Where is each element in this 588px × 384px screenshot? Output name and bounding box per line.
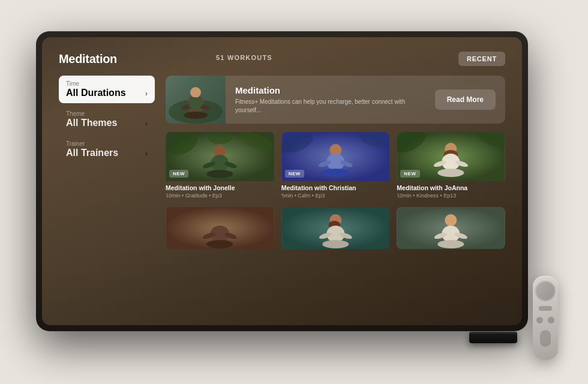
card-person-6-svg bbox=[397, 207, 505, 249]
svg-point-21 bbox=[322, 169, 349, 177]
remote-volume[interactable] bbox=[540, 330, 551, 347]
hero-description: Fitness+ Meditations can help you rechar… bbox=[235, 98, 425, 115]
read-more-button[interactable]: Read More bbox=[435, 89, 496, 110]
remote-btn-right[interactable] bbox=[548, 317, 554, 323]
page-title: Meditation bbox=[59, 52, 117, 66]
card-info-2: Meditation with Christian 5min • Calm • … bbox=[281, 181, 390, 199]
remote-btn-left[interactable] bbox=[536, 317, 543, 323]
filter-trainer-value: All Trainers bbox=[66, 148, 118, 158]
content-area: Meditation Fitness+ Meditations can help… bbox=[166, 76, 505, 313]
chevron-right-icon: › bbox=[145, 89, 148, 98]
svg-point-5 bbox=[184, 112, 208, 119]
card-title-2: Meditation with Christian bbox=[281, 184, 390, 191]
filter-time-row: All Durations › bbox=[66, 88, 148, 98]
remote-button-row bbox=[536, 317, 554, 323]
new-badge-1: NEW bbox=[169, 170, 188, 178]
chevron-right-icon-2: › bbox=[145, 119, 148, 128]
card-title-3: Meditation with JoAnna bbox=[397, 184, 505, 191]
svg-point-10 bbox=[208, 132, 232, 144]
filter-time-label: Time bbox=[66, 80, 148, 87]
card-person-4-svg bbox=[166, 207, 274, 249]
hero-image bbox=[166, 76, 226, 124]
card-thumb-6 bbox=[397, 207, 505, 249]
apple-tv-remote bbox=[533, 276, 558, 360]
workouts-grid: NEW Meditation with Jonelle 10min • Grat… bbox=[166, 132, 505, 199]
svg-point-36 bbox=[206, 240, 233, 248]
filter-theme-row: All Themes › bbox=[66, 118, 148, 128]
hero-banner[interactable]: Meditation Fitness+ Meditations can help… bbox=[166, 76, 505, 124]
filter-theme-value: All Themes bbox=[66, 118, 117, 128]
filter-trainer[interactable]: Trainer All Trainers › bbox=[59, 136, 155, 163]
card-meta-1: 10min • Gratitude • Ep3 bbox=[166, 193, 274, 199]
workout-card-6[interactable] bbox=[397, 207, 505, 249]
card-info-3: Meditation with JoAnna 10min • Kindness … bbox=[397, 181, 505, 199]
filter-theme[interactable]: Theme All Themes › bbox=[59, 106, 155, 133]
bottom-row bbox=[166, 207, 505, 249]
filter-theme-label: Theme bbox=[66, 110, 148, 117]
filter-trainer-label: Trainer bbox=[66, 140, 148, 147]
card-info-1: Meditation with Jonelle 10min • Gratitud… bbox=[166, 181, 274, 199]
workout-card-1[interactable]: NEW Meditation with Jonelle 10min • Grat… bbox=[166, 132, 274, 199]
workout-card-4[interactable] bbox=[166, 207, 274, 249]
main-layout: Time All Durations › Theme All Themes › bbox=[59, 76, 505, 313]
card-thumb-1: NEW bbox=[166, 132, 274, 181]
svg-point-6 bbox=[188, 97, 203, 109]
filter-trainer-row: All Trainers › bbox=[66, 148, 148, 158]
tv-screen: Meditation 51 WORKOUTS RECENT Time All D… bbox=[42, 37, 522, 325]
filter-time[interactable]: Time All Durations › bbox=[59, 76, 155, 103]
workout-count: 51 WORKOUTS bbox=[216, 54, 272, 61]
card-meta-2: 5min • Calm • Ep3 bbox=[281, 193, 390, 199]
recent-button[interactable]: RECENT bbox=[458, 52, 505, 66]
remote-body bbox=[533, 276, 558, 360]
sidebar: Time All Durations › Theme All Themes › bbox=[59, 76, 155, 313]
apple-tv-box bbox=[469, 332, 517, 343]
workout-card-2[interactable]: NEW Meditation with Christian 5min • Cal… bbox=[281, 132, 390, 199]
svg-point-47 bbox=[445, 214, 457, 226]
svg-point-43 bbox=[322, 240, 349, 248]
header-row: Meditation 51 WORKOUTS RECENT bbox=[59, 52, 505, 66]
chevron-right-icon-3: › bbox=[145, 149, 148, 158]
remote-clickpad[interactable] bbox=[536, 281, 555, 300]
svg-point-49 bbox=[438, 240, 464, 248]
hero-info: Meditation Fitness+ Meditations can help… bbox=[226, 79, 435, 121]
remote-menu-button[interactable] bbox=[539, 306, 552, 311]
svg-point-30 bbox=[438, 169, 464, 177]
hero-title: Meditation bbox=[235, 85, 425, 95]
card-person-5-svg bbox=[281, 207, 390, 249]
card-title-1: Meditation with Jonelle bbox=[166, 184, 274, 191]
new-badge-2: NEW bbox=[285, 170, 304, 178]
svg-point-13 bbox=[206, 170, 233, 178]
app-content: Meditation 51 WORKOUTS RECENT Time All D… bbox=[42, 37, 522, 325]
filter-time-value: All Durations bbox=[66, 88, 126, 98]
card-thumb-3: NEW bbox=[397, 132, 505, 181]
card-meta-3: 10min • Kindness • Ep13 bbox=[397, 193, 505, 199]
card-thumb-5 bbox=[281, 207, 390, 249]
workout-card-3[interactable]: NEW Meditation with JoAnna 10min • Kindn… bbox=[397, 132, 505, 199]
new-badge-3: NEW bbox=[400, 170, 419, 178]
card-thumb-4 bbox=[166, 207, 274, 249]
hero-person-svg bbox=[166, 76, 226, 124]
workout-card-5[interactable] bbox=[281, 207, 390, 249]
card-thumb-2: NEW bbox=[281, 132, 390, 181]
svg-point-2 bbox=[190, 87, 201, 98]
scene: Meditation 51 WORKOUTS RECENT Time All D… bbox=[0, 0, 588, 384]
